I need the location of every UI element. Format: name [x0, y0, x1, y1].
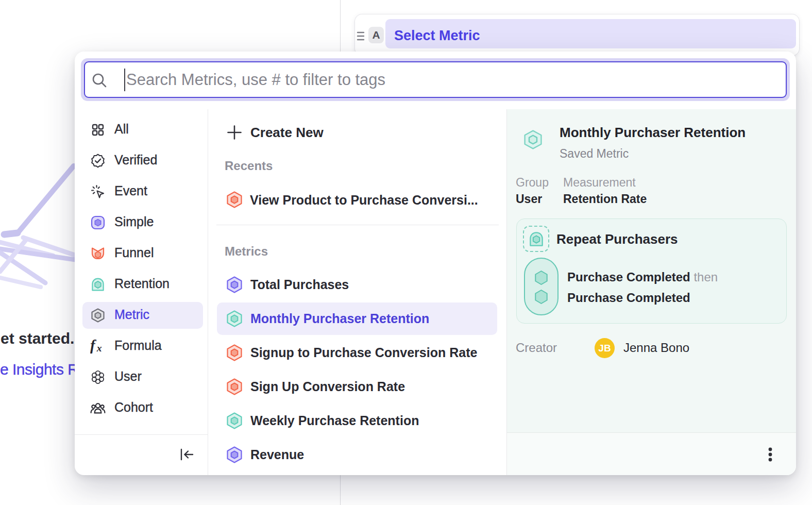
- svg-text:f: f: [90, 338, 97, 354]
- svg-text:x: x: [96, 342, 102, 354]
